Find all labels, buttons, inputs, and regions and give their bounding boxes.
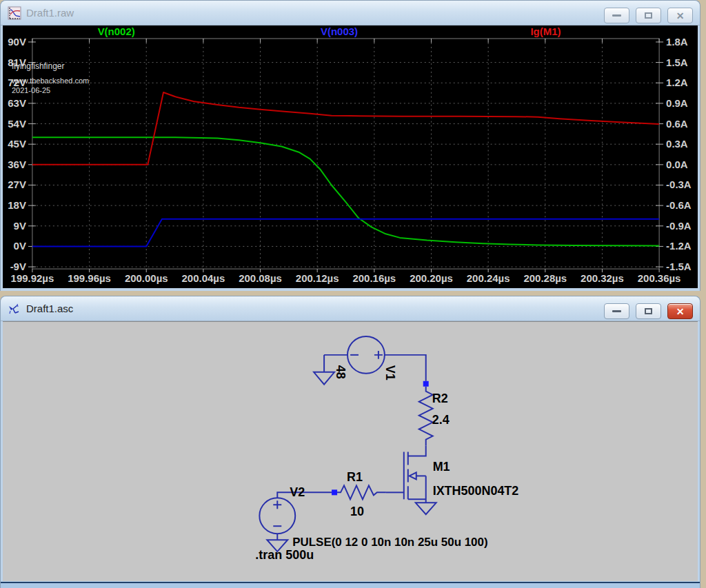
minimize-icon bbox=[612, 310, 621, 312]
minimize-button[interactable] bbox=[604, 8, 629, 23]
trace-Vn003 bbox=[32, 219, 659, 247]
close-button[interactable]: ✕ bbox=[667, 303, 693, 319]
wire-node bbox=[332, 489, 337, 495]
legend-item[interactable]: V(n003) bbox=[321, 26, 358, 37]
left-axis-label: 45V bbox=[8, 138, 26, 150]
x-axis-label: 200.08µs bbox=[239, 272, 282, 284]
m1-nmos-symbol[interactable] bbox=[386, 446, 436, 515]
right-axis-label: 0.6A bbox=[666, 118, 688, 130]
right-axis-label: -0.6A bbox=[666, 199, 692, 211]
plot-window-titlebar[interactable]: Draft1.raw ✕ bbox=[1, 1, 700, 26]
schematic-window: Draft1.asc ✕ bbox=[0, 296, 700, 588]
mosfet-arrow-icon bbox=[410, 472, 416, 479]
desktop: Draft1.raw ✕ 90V81V72V63V54V45V36V27V18V… bbox=[0, 0, 706, 588]
left-axis-label: 63V bbox=[8, 97, 26, 109]
v2-value-label[interactable]: PULSE(0 12 0 10n 10n 25u 50u 100) bbox=[292, 536, 487, 549]
schematic-window-title: Draft1.asc bbox=[26, 303, 73, 314]
close-icon: ✕ bbox=[676, 307, 685, 316]
ground-icon bbox=[314, 372, 334, 385]
watermark-line: 2021-06-25 bbox=[12, 86, 50, 94]
x-axis-label: 200.12µs bbox=[296, 272, 339, 284]
left-axis-label: 27V bbox=[8, 179, 26, 190]
waveform-plot-svg[interactable]: 90V81V72V63V54V45V36V27V18V9V0V-9V1.8A1.… bbox=[3, 26, 698, 288]
v1-name-label[interactable]: V1 bbox=[383, 365, 397, 381]
watermark-line: flyingfishfinger bbox=[12, 61, 65, 71]
plot-window-title: Draft1.raw bbox=[26, 7, 74, 19]
v2-name-label[interactable]: V2 bbox=[290, 485, 305, 499]
right-axis-label: -1.2A bbox=[666, 240, 692, 252]
r1-resistor-symbol[interactable] bbox=[337, 485, 386, 499]
legend-item[interactable]: Ig(M1) bbox=[530, 26, 561, 37]
watermark-line: www.thebackshed.com bbox=[11, 77, 89, 85]
right-axis-label: 0.0A bbox=[666, 159, 688, 170]
x-axis-label: 199.92µs bbox=[11, 272, 54, 284]
r1-value-label[interactable]: 10 bbox=[350, 505, 364, 518]
right-axis-label: 1.5A bbox=[666, 57, 688, 68]
x-axis-label: 200.28µs bbox=[523, 272, 567, 284]
ground-icon bbox=[416, 503, 436, 514]
v1-value-label[interactable]: 48 bbox=[334, 365, 347, 379]
v2-plus-icon bbox=[273, 500, 281, 509]
trace-Vn002 bbox=[32, 137, 659, 245]
plot-border bbox=[32, 39, 659, 269]
close-icon: ✕ bbox=[676, 11, 685, 21]
spice-directive[interactable]: .tran 500u bbox=[255, 548, 314, 562]
m1-name-label[interactable]: M1 bbox=[433, 460, 450, 474]
r2-resistor-symbol[interactable] bbox=[419, 387, 433, 446]
waveform-window-icon bbox=[8, 6, 21, 20]
x-axis-label: 200.20µs bbox=[410, 272, 453, 284]
left-axis-label: 90V bbox=[8, 36, 26, 48]
r1-name-label[interactable]: R1 bbox=[347, 470, 363, 484]
schematic-window-titlebar[interactable]: Draft1.asc ✕ bbox=[1, 296, 700, 321]
left-axis-label: 9V bbox=[14, 220, 26, 232]
right-axis-label: 1.8A bbox=[666, 36, 688, 48]
left-axis-label: -9V bbox=[10, 261, 26, 272]
v1-plus-icon bbox=[374, 351, 383, 359]
r2-value-label[interactable]: 2.4 bbox=[432, 413, 450, 427]
right-axis-label: 0.9A bbox=[666, 97, 688, 109]
plot-window: Draft1.raw ✕ 90V81V72V63V54V45V36V27V18V… bbox=[0, 0, 700, 291]
left-axis-label: 54V bbox=[8, 118, 26, 130]
minimize-icon bbox=[612, 14, 621, 17]
close-button[interactable]: ✕ bbox=[667, 8, 693, 23]
x-axis-label: 199.96µs bbox=[68, 272, 111, 284]
right-axis-label: -0.3A bbox=[666, 179, 692, 190]
x-axis-label: 200.00µs bbox=[125, 272, 168, 284]
r2-name-label[interactable]: R2 bbox=[432, 392, 448, 405]
maximize-button[interactable] bbox=[636, 303, 661, 319]
x-axis-label: 200.04µs bbox=[182, 272, 225, 284]
minimize-button[interactable] bbox=[604, 303, 629, 319]
schematic-window-icon bbox=[8, 302, 21, 316]
legend-item[interactable]: V(n002) bbox=[98, 26, 135, 37]
left-axis-label: 36V bbox=[8, 159, 26, 170]
left-axis-label: 18V bbox=[8, 199, 26, 211]
x-axis-label: 200.32µs bbox=[581, 272, 624, 284]
x-axis-label: 200.24µs bbox=[467, 272, 510, 284]
maximize-icon bbox=[645, 12, 652, 19]
x-axis-label: 200.36µs bbox=[638, 272, 681, 284]
window-bottom-border bbox=[1, 581, 700, 588]
plot-canvas[interactable]: 90V81V72V63V54V45V36V27V18V9V0V-9V1.8A1.… bbox=[3, 26, 698, 288]
schematic-svg[interactable]: 48 V1 R2 2.4 M1 IXTH500N04T2 V2 R1 10 PU… bbox=[3, 322, 698, 582]
right-axis-label: -0.9A bbox=[666, 220, 692, 232]
plot-window-controls: ✕ bbox=[604, 8, 693, 23]
m1-value-label[interactable]: IXTH500N04T2 bbox=[433, 484, 519, 498]
right-axis-label: 0.3A bbox=[666, 138, 688, 150]
right-axis-label: -1.5A bbox=[666, 261, 692, 272]
v1-source-symbol[interactable] bbox=[314, 336, 426, 385]
maximize-icon bbox=[645, 308, 652, 314]
x-axis-label: 200.16µs bbox=[352, 272, 396, 284]
right-axis-label: 1.2A bbox=[666, 77, 688, 88]
left-axis-label: 0V bbox=[14, 240, 26, 252]
schematic-canvas[interactable]: 48 V1 R2 2.4 M1 IXTH500N04T2 V2 R1 10 PU… bbox=[3, 321, 698, 582]
wire-node bbox=[423, 381, 429, 387]
schematic-window-controls: ✕ bbox=[604, 303, 693, 319]
maximize-button[interactable] bbox=[636, 8, 661, 23]
